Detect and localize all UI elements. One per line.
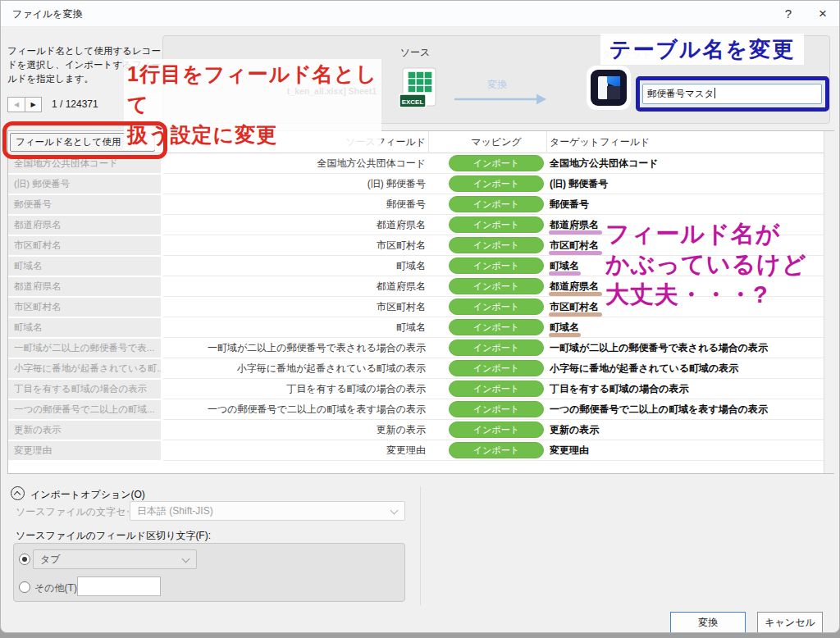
table-row[interactable]: 町域名町域名インポート町域名 xyxy=(8,317,835,338)
mapping-import-button[interactable]: インポート xyxy=(449,442,544,458)
field-delimiter-label: ソースファイルのフィールド区切り文字(F): xyxy=(16,529,211,543)
record-value-cell: 一つの郵便番号で二以上の町域... xyxy=(8,400,161,419)
table-row[interactable]: 郵便番号郵便番号インポート郵便番号 xyxy=(8,194,835,215)
other-delimiter-radio[interactable] xyxy=(19,581,30,593)
dialog-title: ファイルを変換 xyxy=(12,1,82,27)
chevron-up-icon xyxy=(14,490,21,497)
mapping-import-button[interactable]: インポート xyxy=(449,340,544,356)
source-field-cell: (旧) 郵便番号 xyxy=(163,174,426,194)
other-delimiter-input[interactable] xyxy=(77,576,161,596)
target-field-cell: 郵便番号 xyxy=(550,194,589,215)
source-field-cell: 都道府県名 xyxy=(163,215,426,235)
mapping-import-button[interactable]: インポート xyxy=(449,422,544,438)
source-field-cell: 小字毎に番地が起番されている町域の表示 xyxy=(163,358,426,379)
mapping-import-button[interactable]: インポート xyxy=(449,237,544,253)
mapping-import-button[interactable]: インポート xyxy=(449,216,544,233)
source-field-cell: 市区町村名 xyxy=(163,297,426,317)
mapping-import-button[interactable]: インポート xyxy=(449,401,544,417)
column-header-target-field: ターゲットフィールド xyxy=(550,131,650,153)
source-field-cell: 都道府県名 xyxy=(163,276,426,297)
target-field-cell: 更新の表示 xyxy=(550,420,599,440)
next-record-icon: ▶ xyxy=(30,101,35,108)
cancel-button[interactable]: キャンセル xyxy=(757,612,823,633)
mapping-import-button[interactable]: インポート xyxy=(449,298,544,315)
excel-file-icon: EXCEL xyxy=(398,66,437,116)
import-options-toggle[interactable] xyxy=(11,486,25,500)
target-field-cell: 小字毎に番地が起番されている町域の表示 xyxy=(550,358,738,379)
record-value-cell: 丁目を有する町域の場合の表示 xyxy=(8,380,161,399)
target-field-cell: 一町域が二以上の郵便番号で表される場合の表示 xyxy=(550,338,768,358)
help-button[interactable]: ? xyxy=(778,1,798,27)
target-field-cell: 変更理由 xyxy=(550,440,589,461)
field-delimiter-groupbox: タブ その他(T): xyxy=(13,543,405,602)
target-field-cell: 丁目を有する町域の場合の表示 xyxy=(550,379,688,399)
mapping-import-button[interactable]: インポート xyxy=(449,196,544,212)
target-field-cell: 全国地方公共団体コード xyxy=(550,153,659,174)
pink-annotation-line2: かぶっているけど xyxy=(605,249,806,280)
table-row[interactable]: 丁目を有する町域の場合の表示丁目を有する町域の場合の表示インポート丁目を有する町… xyxy=(8,379,835,399)
record-value-cell: 町域名 xyxy=(8,257,161,276)
table-row[interactable]: 変更理由変更理由インポート変更理由 xyxy=(8,440,835,461)
pink-annotation-line3: 大丈夫・・・? xyxy=(605,280,806,310)
tab-delimiter-radio[interactable] xyxy=(19,554,30,565)
previous-record-icon: ◀ xyxy=(14,101,19,108)
mapping-import-button[interactable]: インポート xyxy=(449,175,544,192)
table-row[interactable]: 小字毎に番地が起番されている町...小字毎に番地が起番されている町域の表示インポ… xyxy=(8,358,835,379)
mapping-import-button[interactable]: インポート xyxy=(449,360,544,376)
mapping-import-button[interactable]: インポート xyxy=(449,155,544,171)
source-field-cell: 変更理由 xyxy=(163,440,426,461)
charset-value: 日本語 (Shift-JIS) xyxy=(137,505,213,517)
scrollbar-track[interactable] xyxy=(824,131,834,473)
source-field-cell: 一つの郵便番号で二以上の町域を表す場合の表示 xyxy=(163,399,426,420)
import-options-label: インポートオプション(O) xyxy=(30,488,145,502)
record-value-cell: 町域名 xyxy=(8,318,161,337)
mapping-rows: 全国地方公共団体コード全国地方公共団体コードインポート全国地方公共団体コード(旧… xyxy=(8,153,835,473)
record-value-cell: 市区町村名 xyxy=(8,236,161,255)
pink-annotation-line1: フィールド名が xyxy=(605,219,806,249)
pink-annotation-note: フィールド名が かぶっているけど 大丈夫・・・? xyxy=(605,219,806,310)
record-value-cell: 小字毎に番地が起番されている町... xyxy=(8,359,161,378)
source-field-cell: 更新の表示 xyxy=(163,420,426,440)
red-annotation-box xyxy=(2,121,167,159)
table-row[interactable]: 一つの郵便番号で二以上の町域...一つの郵便番号で二以上の町域を表す場合の表示イ… xyxy=(8,399,835,420)
source-label: ソース xyxy=(386,46,444,60)
red-annotation-line1: 1行目をフィールド名として xyxy=(127,59,378,120)
record-value-cell: (旧) 郵便番号 xyxy=(8,175,161,194)
target-field-cell: 一つの郵便番号で二以上の町域を表す場合の表示 xyxy=(550,399,768,420)
record-value-cell: 一町域が二以上の郵便番号で表... xyxy=(8,339,161,358)
mapping-import-button[interactable]: インポート xyxy=(449,278,544,294)
source-field-cell: 町域名 xyxy=(163,317,426,338)
header-separator xyxy=(546,131,547,153)
record-value-cell: 都道府県名 xyxy=(8,216,161,235)
source-field-cell: 全国地方公共団体コード xyxy=(163,153,426,174)
source-field-cell: 一町域が二以上の郵便番号で表される場合の表示 xyxy=(163,338,426,358)
options-divider xyxy=(420,486,421,605)
chevron-down-icon xyxy=(390,507,399,515)
blue-annotation-box xyxy=(636,76,829,112)
charset-dropdown[interactable]: 日本語 (Shift-JIS) xyxy=(130,501,405,521)
mapping-import-button[interactable]: インポート xyxy=(449,319,544,335)
blue-annotation-note: テーブル名を変更 xyxy=(600,34,804,65)
header-separator xyxy=(428,131,429,153)
convert-file-dialog: ファイルを変換 ? × フィールド名として使用するレコードを選択し、インポートす… xyxy=(0,0,840,633)
tab-delimiter-dropdown[interactable]: タブ xyxy=(33,549,197,569)
chevron-down-icon xyxy=(182,555,190,563)
table-row[interactable]: 一町域が二以上の郵便番号で表...一町域が二以上の郵便番号で表される場合の表示イ… xyxy=(8,338,835,358)
titlebar: ファイルを変換 ? × xyxy=(1,1,839,27)
table-row[interactable]: (旧) 郵便番号(旧) 郵便番号インポート(旧) 郵便番号 xyxy=(8,174,835,194)
transform-arrow-label: 変換 xyxy=(460,78,534,92)
tab-delimiter-value: タブ xyxy=(40,554,61,565)
target-field-cell: (旧) 郵便番号 xyxy=(550,174,608,194)
previous-record-button[interactable]: ◀ xyxy=(7,97,25,112)
svg-text:EXCEL: EXCEL xyxy=(402,98,424,106)
source-field-cell: 郵便番号 xyxy=(163,194,426,215)
row-separator xyxy=(163,460,824,461)
mapping-import-button[interactable]: インポート xyxy=(449,257,544,274)
table-row[interactable]: 更新の表示更新の表示インポート更新の表示 xyxy=(8,420,835,440)
column-header-mapping: マッピング xyxy=(449,131,544,153)
close-button[interactable]: × xyxy=(811,1,834,27)
record-value-cell: 変更理由 xyxy=(8,441,161,460)
next-record-button[interactable]: ▶ xyxy=(25,97,42,112)
convert-button[interactable]: 変換 xyxy=(670,612,746,633)
mapping-import-button[interactable]: インポート xyxy=(449,381,544,397)
